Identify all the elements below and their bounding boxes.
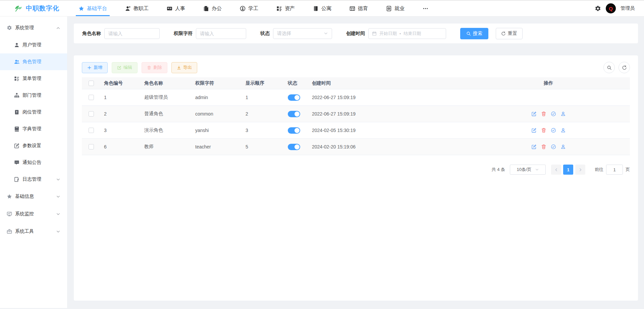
goto-page-input[interactable] xyxy=(606,165,623,175)
row-datascope-button[interactable] xyxy=(551,144,556,149)
cell-operations xyxy=(467,128,630,133)
edit-icon xyxy=(531,111,537,117)
cell-role-id: 2 xyxy=(101,111,141,117)
row-delete-button[interactable] xyxy=(541,111,546,117)
sidebar-item-岗位管理[interactable]: 岗位管理 xyxy=(0,104,67,121)
topnav-item-学工[interactable]: 学工 xyxy=(236,1,262,16)
sidebar-group-系统管理[interactable]: 系统管理 xyxy=(0,19,67,37)
export-button[interactable]: 导出 xyxy=(171,62,197,73)
status-toggle[interactable] xyxy=(288,94,300,101)
edit-icon xyxy=(117,65,121,70)
cell-role-status xyxy=(284,94,309,101)
add-button[interactable]: 新增 xyxy=(82,62,108,73)
sidebar-item-label: 日志管理 xyxy=(22,176,56,182)
edit-button[interactable]: 编辑 xyxy=(112,62,138,73)
topnav-item-德育[interactable]: 德育 xyxy=(346,1,371,16)
select-all-checkbox[interactable] xyxy=(89,81,94,86)
sidebar-item-label: 菜单管理 xyxy=(22,76,60,82)
sidebar-item-通知公告[interactable]: 通知公告 xyxy=(0,154,67,171)
user-outline-icon xyxy=(560,144,566,149)
star-icon xyxy=(7,194,12,199)
table-header-row: 角色编号角色名称权限字符显示顺序状态创建时间操作 xyxy=(82,77,630,89)
reset-button[interactable]: 重置 xyxy=(496,28,523,39)
row-assign-user-button[interactable] xyxy=(560,144,566,149)
row-checkbox[interactable] xyxy=(89,144,94,149)
row-checkbox[interactable] xyxy=(89,95,94,100)
org-chart-icon xyxy=(14,93,19,98)
toggle-search-button[interactable] xyxy=(603,62,615,73)
status-toggle[interactable] xyxy=(288,144,300,150)
perm-key-label: 权限字符 xyxy=(174,31,193,37)
cell-role-id: 6 xyxy=(101,144,141,149)
topnav-item-基础平台[interactable]: 基础平台 xyxy=(75,1,110,16)
sidebar-item-日志管理[interactable]: 日志管理 xyxy=(0,171,67,188)
status-select[interactable]: 请选择 xyxy=(273,28,332,39)
row-datascope-button[interactable] xyxy=(551,111,556,117)
cell-role-name: 演示角色 xyxy=(141,127,192,133)
delete-button[interactable]: 删除 xyxy=(142,62,167,73)
next-page-button[interactable] xyxy=(575,165,585,175)
calendar-icon xyxy=(372,31,377,36)
sidebar-item-label: 角色管理 xyxy=(22,59,60,65)
topnav-item-more[interactable] xyxy=(419,1,432,16)
sidebar-item-部门管理[interactable]: 部门管理 xyxy=(0,87,67,104)
prev-page-button[interactable] xyxy=(551,165,561,175)
badge-icon xyxy=(14,109,19,115)
page-unit-label: 页 xyxy=(626,167,630,173)
sidebar-item-角色管理[interactable]: 角色管理 xyxy=(0,53,67,70)
teacher-icon xyxy=(125,6,131,11)
sidebar-item-label: 岗位管理 xyxy=(22,109,60,115)
settings-gear-icon[interactable] xyxy=(595,5,601,12)
topnav-item-教职工[interactable]: 教职工 xyxy=(122,1,152,16)
sidebar-group-label: 系统监控 xyxy=(15,211,56,217)
row-edit-button[interactable] xyxy=(531,111,537,117)
sidebar-group-系统监控[interactable]: 系统监控 xyxy=(0,205,67,223)
search-actions: 搜索 重置 xyxy=(460,28,523,39)
row-assign-user-button[interactable] xyxy=(560,111,566,117)
cell-role-status xyxy=(284,127,309,134)
topnav-item-人事[interactable]: 人事 xyxy=(163,1,189,16)
perm-key-input[interactable] xyxy=(196,28,246,39)
cell-role-key: common xyxy=(192,111,242,117)
page-number-1[interactable]: 1 xyxy=(563,165,573,175)
topnav-item-label: 德育 xyxy=(358,5,368,12)
sidebar-group-基础信息[interactable]: 基础信息 xyxy=(0,188,67,205)
topnav-item-资产[interactable]: 资产 xyxy=(273,1,298,16)
sidebar-item-参数设置[interactable]: 参数设置 xyxy=(0,137,67,154)
table-row: 6教师teacher52024-02-20 15:19:06 xyxy=(82,139,630,155)
topnav-item-办公[interactable]: 办公 xyxy=(200,1,225,16)
user-outline-icon xyxy=(560,111,566,117)
page-size-select[interactable]: 10条/页 xyxy=(510,165,546,175)
row-assign-user-button[interactable] xyxy=(560,128,566,133)
role-name-input[interactable] xyxy=(104,28,160,39)
row-delete-button[interactable] xyxy=(541,128,546,133)
search-button[interactable]: 搜索 xyxy=(460,28,488,39)
sidebar-item-菜单管理[interactable]: 菜单管理 xyxy=(0,70,67,87)
row-checkbox[interactable] xyxy=(89,111,94,117)
topnav-item-就业[interactable]: 就业 xyxy=(383,1,408,16)
status-toggle[interactable] xyxy=(288,111,300,117)
grid-icon xyxy=(350,6,355,11)
sidebar-group-系统工具[interactable]: 系统工具 xyxy=(0,223,67,240)
row-delete-button[interactable] xyxy=(541,144,546,149)
row-checkbox[interactable] xyxy=(89,128,94,133)
table-panel: 新增 编辑 删除 导出 xyxy=(74,55,638,301)
role-name-label: 角色名称 xyxy=(82,31,101,37)
sidebar-item-字典管理[interactable]: 字典管理 xyxy=(0,121,67,137)
row-edit-button[interactable] xyxy=(531,128,537,133)
ellipsis-icon xyxy=(423,6,428,11)
sidebar-item-label: 参数设置 xyxy=(22,143,60,149)
date-range-picker[interactable]: 开始日期 - 结束日期 xyxy=(368,28,446,39)
cell-created-time: 2022-06-27 15:09:19 xyxy=(309,95,467,100)
list-tree-icon xyxy=(276,6,282,11)
topnav-item-公寓[interactable]: 公寓 xyxy=(310,1,335,16)
job-icon xyxy=(386,6,392,11)
row-datascope-button[interactable] xyxy=(551,128,556,133)
refresh-table-button[interactable] xyxy=(619,62,630,73)
topnav-item-label: 基础平台 xyxy=(87,5,107,12)
row-edit-button[interactable] xyxy=(531,144,537,149)
sidebar-item-用户管理[interactable]: 用户管理 xyxy=(0,37,67,53)
status-toggle[interactable] xyxy=(288,127,300,134)
avatar[interactable]: Q xyxy=(606,3,616,13)
brand[interactable]: 中职数字化 xyxy=(0,4,67,13)
